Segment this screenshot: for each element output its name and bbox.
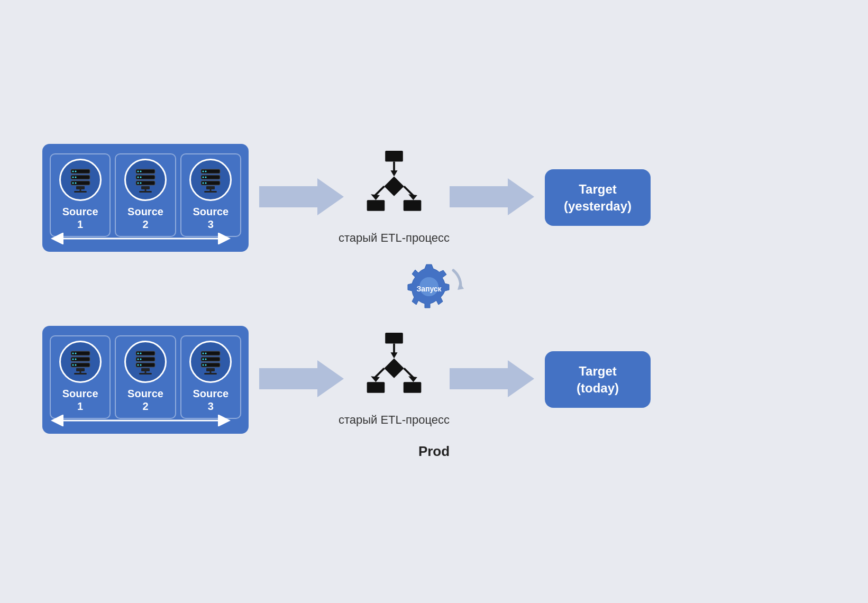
svg-marker-99 xyxy=(371,376,380,382)
big-arrow-bottom-left xyxy=(259,358,344,402)
etl-diagram-bottom xyxy=(360,333,428,409)
etl-block-bottom: старый ETL-процесс xyxy=(349,333,439,427)
svg-point-2 xyxy=(75,170,76,172)
source-label-top-3: Source3 xyxy=(193,205,229,231)
svg-point-74 xyxy=(140,364,141,366)
svg-point-62 xyxy=(75,364,76,366)
server-icon-bottom-2 xyxy=(124,341,167,383)
svg-text:Запуск: Запуск xyxy=(416,285,442,293)
svg-rect-102 xyxy=(367,382,385,393)
bottom-row: Source1 xyxy=(42,326,826,434)
svg-rect-23 xyxy=(139,191,152,193)
double-arrow-top xyxy=(51,233,240,246)
svg-rect-103 xyxy=(404,382,422,393)
svg-rect-48 xyxy=(367,200,385,211)
source-card-top-3: Source3 xyxy=(180,153,241,237)
svg-point-8 xyxy=(75,182,76,184)
svg-point-25 xyxy=(203,170,204,172)
svg-point-61 xyxy=(72,364,74,366)
svg-point-19 xyxy=(137,182,139,184)
svg-marker-97 xyxy=(384,358,404,378)
etl-label-bottom: старый ETL-процесс xyxy=(339,413,450,427)
svg-point-1 xyxy=(72,170,74,172)
svg-marker-96 xyxy=(390,352,397,358)
svg-point-71 xyxy=(140,358,141,360)
svg-rect-94 xyxy=(385,333,403,344)
svg-point-28 xyxy=(203,176,204,178)
svg-rect-11 xyxy=(74,191,87,193)
double-arrow-bottom xyxy=(51,415,240,428)
svg-marker-104 xyxy=(450,360,534,397)
svg-point-32 xyxy=(205,182,207,184)
server-icon-top-1 xyxy=(59,159,102,201)
svg-point-80 xyxy=(205,352,207,354)
source-label-top-2: Source2 xyxy=(127,205,163,231)
main-layout: Source1 xyxy=(0,0,868,603)
target-box-bottom: Target(today) xyxy=(545,351,651,407)
server-icon-top-3 xyxy=(189,159,232,201)
source-group-top: Source1 xyxy=(42,144,249,252)
svg-rect-49 xyxy=(404,200,422,211)
svg-rect-40 xyxy=(385,151,403,162)
gear-row: Запуск xyxy=(42,252,826,326)
svg-rect-89 xyxy=(204,373,217,374)
source-label-top-1: Source1 xyxy=(62,205,98,231)
svg-line-44 xyxy=(374,186,385,196)
svg-rect-77 xyxy=(139,373,152,374)
svg-marker-101 xyxy=(408,376,417,382)
server-icon-bottom-1 xyxy=(59,341,102,383)
svg-rect-33 xyxy=(206,186,215,189)
svg-point-29 xyxy=(205,176,207,178)
svg-rect-87 xyxy=(206,368,215,371)
source-group-bottom: Source1 xyxy=(42,326,249,434)
source-label-bottom-1: Source1 xyxy=(62,387,98,413)
svg-marker-47 xyxy=(408,194,417,200)
svg-rect-9 xyxy=(76,186,85,189)
prod-label: Prod xyxy=(418,443,450,459)
gear-icon: Запуск xyxy=(403,257,466,321)
svg-point-26 xyxy=(205,170,207,172)
source-card-top-2: Source2 xyxy=(115,153,176,237)
source-card-bottom-2: Source2 xyxy=(115,335,176,419)
svg-point-14 xyxy=(140,170,141,172)
svg-point-5 xyxy=(75,176,76,178)
svg-marker-45 xyxy=(371,194,380,200)
svg-marker-43 xyxy=(384,176,404,196)
svg-rect-21 xyxy=(141,186,150,189)
big-arrow-top-right xyxy=(450,176,534,220)
svg-point-7 xyxy=(72,182,74,184)
source-card-bottom-3: Source3 xyxy=(180,335,241,419)
svg-point-56 xyxy=(75,352,76,354)
svg-point-79 xyxy=(203,352,204,354)
svg-point-83 xyxy=(205,358,207,360)
source-label-bottom-3: Source3 xyxy=(193,387,229,413)
source-card-top-1: Source1 xyxy=(50,153,111,237)
svg-point-20 xyxy=(140,182,141,184)
svg-point-16 xyxy=(137,176,139,178)
svg-point-68 xyxy=(140,352,141,354)
svg-point-85 xyxy=(203,364,204,366)
prod-section: Prod xyxy=(42,443,826,460)
svg-line-98 xyxy=(374,368,385,378)
svg-marker-50 xyxy=(450,178,534,215)
svg-rect-65 xyxy=(74,373,87,374)
etl-block-top: старый ETL-процесс xyxy=(349,151,439,245)
svg-point-31 xyxy=(203,182,204,184)
server-icon-top-2 xyxy=(124,159,167,201)
svg-rect-75 xyxy=(141,368,150,371)
svg-point-17 xyxy=(140,176,141,178)
svg-point-13 xyxy=(137,170,139,172)
etl-diagram-top xyxy=(360,151,428,227)
gear-center: Запуск xyxy=(42,257,826,321)
svg-point-67 xyxy=(137,352,139,354)
gear-wrapper: Запуск xyxy=(403,257,466,321)
svg-marker-93 xyxy=(259,360,344,397)
target-box-top: Target(yesterday) xyxy=(545,169,651,225)
svg-point-70 xyxy=(137,358,139,360)
svg-point-59 xyxy=(75,358,76,360)
svg-point-58 xyxy=(72,358,74,360)
svg-point-86 xyxy=(205,364,207,366)
svg-marker-42 xyxy=(390,170,397,176)
svg-rect-63 xyxy=(76,368,85,371)
svg-rect-35 xyxy=(204,191,217,193)
